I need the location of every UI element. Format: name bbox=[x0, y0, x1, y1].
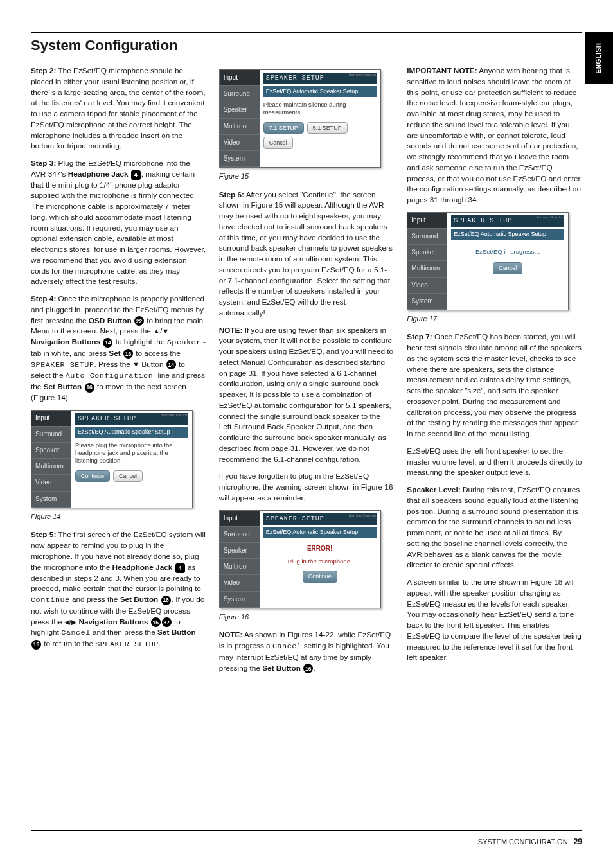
forgot-mic-paragraph: If you have forgotten to plug in the EzS… bbox=[219, 471, 395, 503]
cancel-button: Cancel bbox=[113, 470, 143, 483]
tab-input: Input bbox=[220, 511, 260, 527]
continue-button: Continue bbox=[75, 470, 110, 483]
step4-paragraph: Step 4: Once the microphone is properly … bbox=[31, 294, 206, 403]
figure-15-screenshot: Input Surround Speaker Multiroom Video S… bbox=[219, 69, 381, 168]
left-front-paragraph: EzSet/EQ uses the left front speaker to … bbox=[407, 446, 582, 478]
note1-paragraph: NOTE: If you are using fewer than six sp… bbox=[219, 325, 395, 465]
column-2: Input Surround Speaker Multiroom Video S… bbox=[219, 66, 395, 680]
important-note-paragraph: IMPORTANT NOTE: Anyone with hearing that… bbox=[407, 66, 582, 206]
content-columns: Step 2: The EzSet/EQ microphone should b… bbox=[31, 66, 582, 680]
tab-video: Video bbox=[31, 475, 71, 491]
figure18-ref-paragraph: A screen similar to the one shown in Fig… bbox=[407, 577, 582, 663]
menu-sub: EzSet/EQ Automatic Speaker Setup bbox=[263, 86, 377, 97]
menu-body-3: harman/kardon SPEAKER SETUP EzSet/EQ Aut… bbox=[260, 511, 380, 608]
cancel-button: Cancel bbox=[493, 262, 522, 274]
jack-icon: 4 bbox=[131, 170, 141, 180]
fig15-buttons: 7.1 SETUP 5.1 SETUP Cancel bbox=[263, 122, 377, 150]
step6-paragraph: Step 6: After you select "Continue", the… bbox=[219, 190, 395, 319]
set-button-icon-2: 16 bbox=[85, 383, 94, 393]
nav-button-icon: 14 bbox=[103, 338, 112, 348]
tab-system: System bbox=[31, 492, 71, 508]
fig17-msg: EzSet/EQ in progress… bbox=[451, 244, 564, 262]
speaker-level-paragraph: Speaker Level: During this test, EzSet/E… bbox=[407, 484, 582, 571]
tab-multiroom: Multiroom bbox=[220, 559, 260, 575]
figure-15-caption: Figure 15 bbox=[219, 172, 395, 182]
set-button-icon-3: 16 bbox=[161, 596, 171, 605]
menu-tabs: Input Surround Speaker Multiroom Video S… bbox=[31, 411, 71, 508]
hk-logo: harman/kardon bbox=[537, 215, 564, 220]
fig14-buttons: Continue Cancel bbox=[75, 470, 188, 483]
nav-button-icon-4: 37 bbox=[162, 617, 172, 627]
tab-speaker: Speaker bbox=[31, 443, 71, 459]
nav-button-icon-2: 14 bbox=[166, 360, 176, 369]
step7-paragraph: Step 7: Once EzSet/EQ has been started, … bbox=[407, 332, 582, 439]
figure-14-screenshot: Input Surround Speaker Multiroom Video S… bbox=[31, 410, 193, 508]
figure-17-caption: Figure 17 bbox=[407, 314, 582, 324]
fig15-msg: Please maintain silence during measurmen… bbox=[263, 101, 377, 117]
menu-sub: EzSet/EQ Automatic Speaker Setup bbox=[451, 229, 564, 240]
fig16-buttons: Continue bbox=[263, 571, 377, 583]
step2-paragraph: Step 2: The EzSet/EQ microphone should b… bbox=[31, 66, 206, 152]
column-3: IMPORTANT NOTE: Anyone with hearing that… bbox=[407, 66, 582, 680]
fig16-msg: Plug in the microphone! bbox=[263, 557, 377, 571]
language-tab: ENGLISH bbox=[585, 32, 613, 84]
tab-multiroom: Multiroom bbox=[31, 459, 71, 475]
column-1: Step 2: The EzSet/EQ microphone should b… bbox=[31, 66, 206, 680]
figure-14-caption: Figure 14 bbox=[31, 512, 206, 522]
step3-paragraph: Step 3: Plug the EzSet/EQ microphone int… bbox=[31, 158, 206, 287]
right-arrow-icon: ▶ bbox=[71, 618, 76, 626]
tab-surround: Surround bbox=[31, 427, 71, 443]
menu-body-2: harman/kardon SPEAKER SETUP EzSet/EQ Aut… bbox=[260, 70, 380, 167]
figure-16-screenshot: Input Surround Speaker Multiroom Video S… bbox=[219, 510, 381, 608]
tab-system: System bbox=[220, 151, 260, 167]
71setup-button: 7.1 SETUP bbox=[263, 122, 304, 134]
tab-video: Video bbox=[220, 135, 260, 151]
menu-tabs-2: Input Surround Speaker Multiroom Video S… bbox=[220, 70, 260, 167]
jack-icon-2: 4 bbox=[175, 563, 185, 573]
tab-input: Input bbox=[31, 411, 71, 427]
menu-body: harman/kardon SPEAKER SETUP EzSet/EQ Aut… bbox=[71, 411, 192, 508]
tab-video: Video bbox=[407, 278, 447, 294]
note2-paragraph: NOTE: As shown in Figures 14-22, while E… bbox=[219, 630, 395, 673]
set-button-icon-4: 16 bbox=[31, 640, 41, 650]
footer: SYSTEM CONFIGURATION 29 bbox=[478, 837, 582, 846]
hk-logo: harman/kardon bbox=[349, 513, 377, 518]
set-button-icon-5: 16 bbox=[303, 664, 313, 673]
tab-speaker: Speaker bbox=[220, 543, 260, 559]
tab-speaker: Speaker bbox=[407, 245, 447, 261]
fig14-msg: Please plug the microphone into the head… bbox=[75, 441, 188, 465]
menu-sub: EzSet/EQ Automatic Speaker Setup bbox=[263, 527, 377, 538]
nav-button-icon-3: 15 bbox=[151, 617, 161, 627]
up-arrow-icon: ▲ bbox=[153, 327, 160, 335]
hk-logo: harman/kardon bbox=[349, 72, 377, 78]
tab-surround: Surround bbox=[407, 229, 447, 245]
header-rule bbox=[31, 32, 582, 33]
continue-button: Continue bbox=[303, 571, 337, 583]
tab-speaker: Speaker bbox=[220, 102, 260, 118]
tab-multiroom: Multiroom bbox=[407, 261, 447, 277]
fig17-buttons: Cancel bbox=[451, 262, 564, 274]
menu-tabs-4: Input Surround Speaker Multiroom Video S… bbox=[407, 213, 447, 310]
tab-video: Video bbox=[220, 575, 260, 591]
menu-tabs-3: Input Surround Speaker Multiroom Video S… bbox=[220, 511, 260, 608]
figure-16-caption: Figure 16 bbox=[219, 612, 395, 623]
down-arrow-icon-2: ▼ bbox=[132, 360, 139, 368]
figure-17-screenshot: Input Surround Speaker Multiroom Video S… bbox=[407, 212, 569, 310]
footer-rule bbox=[31, 830, 582, 831]
page-title: System Configuration bbox=[31, 37, 582, 54]
menu-body-4: harman/kardon SPEAKER SETUP EzSet/EQ Aut… bbox=[447, 213, 568, 310]
step5-paragraph: Step 5: The first screen of the EzSet/EQ… bbox=[31, 529, 206, 650]
set-button-icon: 16 bbox=[123, 349, 133, 359]
tab-system: System bbox=[220, 592, 260, 608]
fig16-err: ERROR! bbox=[263, 542, 377, 557]
cancel-button: Cancel bbox=[263, 137, 293, 149]
footer-page: 29 bbox=[574, 837, 582, 846]
down-arrow-icon: ▼ bbox=[162, 327, 169, 335]
hk-logo: harman/kardon bbox=[161, 412, 188, 418]
footer-section: SYSTEM CONFIGURATION bbox=[478, 838, 568, 846]
language-tab-label: ENGLISH bbox=[596, 42, 603, 73]
osd-button-icon: 22 bbox=[134, 316, 144, 326]
tab-multiroom: Multiroom bbox=[220, 119, 260, 135]
tab-input: Input bbox=[407, 213, 447, 229]
tab-system: System bbox=[407, 294, 447, 310]
